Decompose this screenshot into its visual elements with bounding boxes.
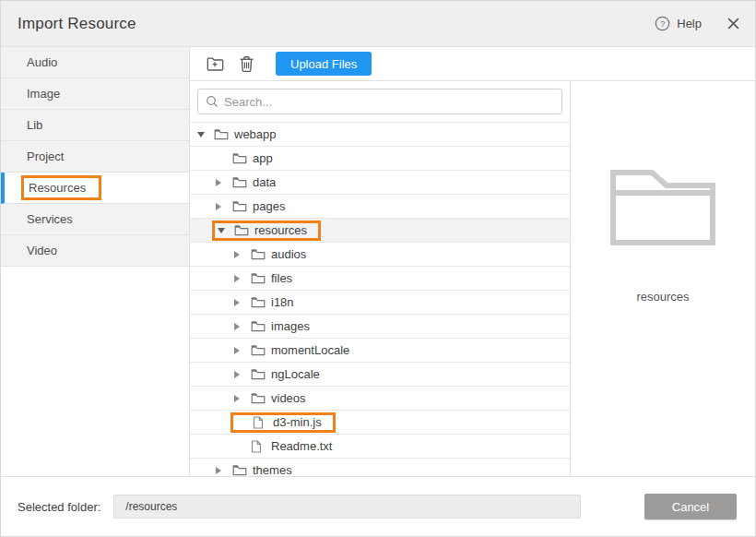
folder-icon [232, 200, 247, 212]
tree-row-content: themes [212, 460, 296, 477]
search-input[interactable] [224, 95, 554, 109]
tree-node-label: files [271, 271, 292, 285]
folder-icon [251, 368, 266, 380]
folder-large-icon [606, 164, 720, 251]
tree-row-content: Readme.txt [230, 436, 336, 457]
collapse-arrow-icon[interactable] [234, 347, 251, 354]
collapse-arrow-icon[interactable] [234, 299, 251, 306]
tree-node-label: momentLocale [271, 343, 349, 357]
tree-node-label: images [271, 319, 310, 333]
tree-node-label: videos [271, 391, 306, 405]
collapse-arrow-icon[interactable] [234, 251, 251, 258]
tree-row-d3-min-js[interactable]: d3-min.js [190, 411, 570, 435]
folder-icon [234, 224, 249, 236]
tree-node-label: d3-min.js [273, 415, 322, 429]
cancel-button[interactable]: Cancel [644, 494, 737, 519]
folder-icon [251, 344, 266, 356]
content-area: Upload Files webappappdatapagesresources… [190, 47, 755, 476]
tree-node-label: ngLocale [271, 367, 320, 381]
dialog-body: AudioImageLibProjectResourcesServicesVid… [1, 47, 755, 476]
toolbar: Upload Files [190, 47, 755, 81]
tree-node-label: app [253, 151, 273, 165]
import-resource-dialog: Import Resource ? Help AudioImageLibProj… [0, 0, 756, 537]
tree-row-nglocale[interactable]: ngLocale [190, 363, 570, 387]
tree-row-pages[interactable]: pages [190, 195, 570, 219]
tree-row-content: d3-min.js [230, 412, 336, 433]
tree-row-content: ngLocale [230, 364, 324, 385]
tree-row-content: momentLocale [230, 340, 353, 361]
sidebar-item-label: Audio [21, 52, 63, 73]
collapse-arrow-icon[interactable] [216, 179, 232, 186]
sidebar-item-label: Project [21, 146, 69, 167]
sidebar-item-services[interactable]: Services [1, 204, 189, 235]
sidebar-item-audio[interactable]: Audio [1, 47, 189, 78]
header-actions: ? Help [655, 16, 740, 31]
new-folder-icon[interactable] [206, 54, 224, 73]
preview-label: resources [636, 290, 689, 304]
tree-row-i18n[interactable]: i18n [190, 291, 570, 315]
tree-row-images[interactable]: images [190, 315, 570, 339]
tree-row-resources[interactable]: resources [190, 219, 570, 243]
folder-icon [251, 296, 266, 308]
trash-icon[interactable] [237, 54, 255, 73]
collapse-arrow-icon[interactable] [234, 395, 251, 402]
sidebar-item-project[interactable]: Project [1, 141, 189, 173]
help-link[interactable]: Help [677, 17, 702, 30]
folder-icon [251, 392, 266, 404]
expand-arrow-icon[interactable] [218, 228, 234, 233]
preview-panel: resources [571, 81, 755, 476]
sidebar-item-label: Resources [21, 175, 101, 200]
expand-arrow-icon[interactable] [197, 132, 214, 137]
tree-node-label: audios [271, 247, 306, 261]
tree-row-content: files [230, 268, 296, 289]
sidebar-item-label: Lib [21, 114, 48, 136]
tree-row-readme-txt[interactable]: Readme.txt [190, 435, 570, 459]
sidebar-item-video[interactable]: Video [1, 235, 189, 267]
sidebar-item-lib[interactable]: Lib [1, 110, 189, 141]
tree-node-label: i18n [271, 295, 294, 309]
sidebar-item-label: Services [21, 209, 78, 230]
selected-folder-input[interactable] [113, 495, 581, 519]
collapse-arrow-icon[interactable] [234, 275, 251, 282]
folder-icon [214, 128, 229, 140]
tree-row-content: videos [230, 388, 310, 409]
tree-row-momentlocale[interactable]: momentLocale [190, 339, 570, 363]
file-icon [253, 416, 267, 429]
search-box [197, 89, 562, 114]
tree-row-webapp[interactable]: webapp [190, 123, 570, 147]
collapse-arrow-icon[interactable] [234, 323, 251, 330]
tree-row-videos[interactable]: videos [190, 387, 570, 411]
file-tree-panel: webappappdatapagesresourcesaudiosfilesi1… [190, 81, 571, 476]
folder-icon [232, 176, 247, 188]
tree-row-content: app [212, 149, 277, 169]
tree-row-content: data [212, 173, 279, 193]
tree-row-data[interactable]: data [190, 171, 570, 195]
tree-row-app[interactable]: app [190, 147, 570, 171]
collapse-arrow-icon[interactable] [234, 371, 251, 378]
lower-area: webappappdatapagesresourcesaudiosfilesi1… [190, 81, 755, 476]
sidebar-item-label: Image [21, 83, 65, 104]
help-icon[interactable]: ? [655, 16, 670, 31]
folder-icon [251, 248, 266, 260]
folder-icon [232, 152, 247, 164]
upload-files-button[interactable]: Upload Files [276, 52, 372, 76]
collapse-arrow-icon[interactable] [216, 203, 232, 210]
collapse-arrow-icon[interactable] [216, 467, 232, 474]
dialog-title: Import Resource [18, 15, 136, 33]
dialog-header: Import Resource ? Help [1, 1, 755, 47]
folder-icon [251, 320, 266, 332]
tree-row-content: audios [230, 245, 310, 265]
tree-node-label: webapp [234, 127, 277, 141]
tree-row-content: images [230, 316, 313, 337]
tree-node-label: resources [254, 223, 307, 237]
selected-folder-label: Selected folder: [18, 500, 100, 514]
tree-row-themes[interactable]: themes [190, 459, 570, 476]
tree-row-content: webapp [194, 125, 280, 145]
tree-row-audios[interactable]: audios [190, 243, 570, 267]
close-icon[interactable] [726, 17, 740, 30]
tree-node-label: Readme.txt [271, 439, 332, 453]
tree-row-files[interactable]: files [190, 267, 570, 291]
tree-row-content: pages [212, 197, 289, 217]
sidebar-item-image[interactable]: Image [1, 78, 189, 110]
sidebar-item-resources[interactable]: Resources [1, 173, 189, 204]
